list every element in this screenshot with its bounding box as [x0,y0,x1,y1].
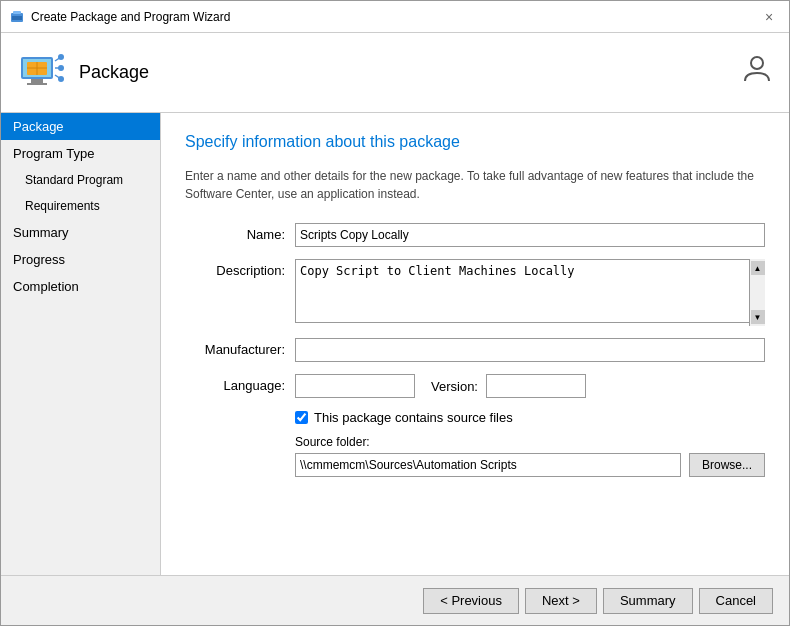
name-label: Name: [185,223,295,242]
next-button[interactable]: Next > [525,588,597,614]
sidebar-item-summary[interactable]: Summary [1,219,160,246]
description-label: Description: [185,259,295,278]
description-input[interactable]: Copy Script to Client Machines Locally [295,259,765,323]
svg-rect-5 [31,79,43,83]
description-row: Description: Copy Script to Client Machi… [185,259,765,326]
version-label: Version: [431,379,478,394]
header: Package [1,33,789,113]
sidebar-item-requirements[interactable]: Requirements [1,193,160,219]
source-folder-input[interactable] [295,453,681,477]
manufacturer-label: Manufacturer: [185,338,295,357]
source-folder-label: Source folder: [295,435,765,449]
lang-version-row: Language: Version: [185,374,765,398]
previous-button[interactable]: < Previous [423,588,519,614]
version-input[interactable] [486,374,586,398]
sidebar-item-program-type[interactable]: Program Type [1,140,160,167]
name-row: Name: [185,223,765,247]
svg-point-16 [751,57,763,69]
sidebar-item-completion[interactable]: Completion [1,273,160,300]
name-input[interactable] [295,223,765,247]
svg-point-14 [58,65,64,71]
source-folder-row: Browse... [295,453,765,477]
main-panel: Specify information about this package E… [161,113,789,575]
svg-rect-1 [13,11,21,14]
language-label: Language: [185,374,295,393]
svg-rect-6 [27,83,47,85]
window-icon [9,9,25,25]
content-area: Package Program Type Standard Program Re… [1,113,789,575]
sidebar-item-standard-program[interactable]: Standard Program [1,167,160,193]
svg-rect-2 [12,16,22,20]
summary-button[interactable]: Summary [603,588,693,614]
page-title: Specify information about this package [185,133,765,151]
source-files-checkbox[interactable] [295,411,308,424]
sidebar-item-progress[interactable]: Progress [1,246,160,273]
main-window: Create Package and Program Wizard × [0,0,790,626]
checkbox-row: This package contains source files [295,410,765,425]
header-title: Package [79,62,149,83]
description-wrapper: Copy Script to Client Machines Locally ▲… [295,259,765,326]
person-icon [741,53,773,92]
window-title: Create Package and Program Wizard [31,10,757,24]
manufacturer-input[interactable] [295,338,765,362]
close-button[interactable]: × [757,5,781,29]
info-text: Enter a name and other details for the n… [185,167,765,203]
title-bar: Create Package and Program Wizard × [1,1,789,33]
footer: < Previous Next > Summary Cancel [1,575,789,625]
svg-point-13 [58,54,64,60]
language-input[interactable] [295,374,415,398]
sidebar: Package Program Type Standard Program Re… [1,113,161,575]
scrollbar: ▲ ▼ [749,259,765,326]
svg-point-15 [58,76,64,82]
package-icon [17,49,65,97]
manufacturer-row: Manufacturer: [185,338,765,362]
source-files-label: This package contains source files [314,410,513,425]
lang-version-group: Version: [295,374,586,398]
browse-button[interactable]: Browse... [689,453,765,477]
sidebar-item-package[interactable]: Package [1,113,160,140]
cancel-button[interactable]: Cancel [699,588,773,614]
